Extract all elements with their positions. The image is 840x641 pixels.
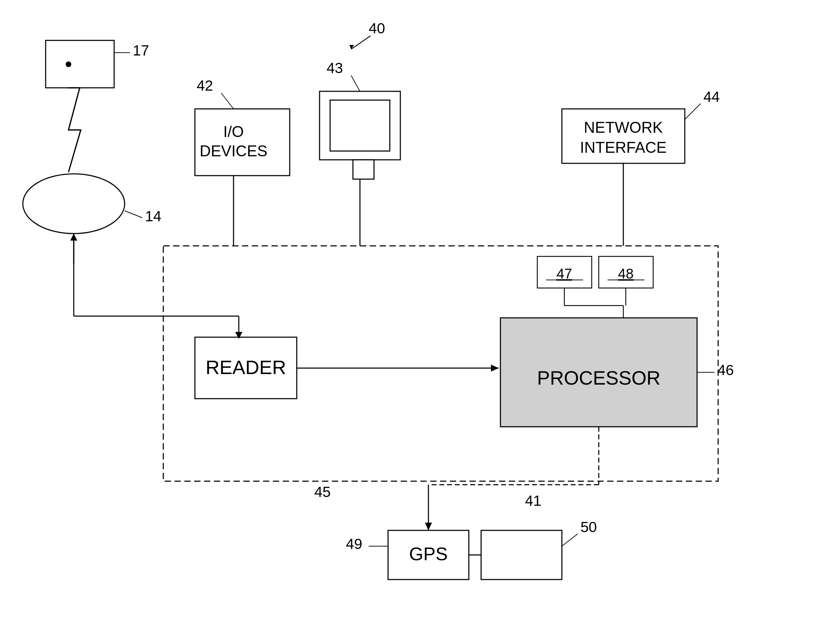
ref-50-label: 50 [581, 519, 597, 535]
ref-42-label: 42 [197, 77, 213, 94]
ref-43-label: 43 [327, 60, 343, 76]
gps-label: GPS [409, 544, 448, 564]
io-label-2: DEVICES [200, 142, 267, 159]
ref-17-label: 17 [133, 42, 149, 59]
io-label-1: I/O [223, 123, 244, 140]
reader-label: READER [206, 356, 286, 378]
monitor-stand [353, 160, 374, 179]
ref-49-label: 49 [346, 536, 362, 552]
ref-40: 40 [369, 20, 385, 37]
lightning-bolt [69, 88, 81, 172]
ref-14-label: 14 [145, 208, 161, 224]
box-17 [46, 40, 114, 88]
svg-marker-16 [425, 523, 432, 530]
diagram-container: 40 17 14 45 I/O DEVICES [0, 0, 840, 641]
box-50 [481, 530, 562, 580]
network-label-2: INTERFACE [580, 139, 667, 156]
svg-line-15 [562, 534, 578, 546]
svg-point-2 [66, 61, 71, 67]
svg-line-9 [351, 76, 360, 91]
network-label-1: NETWORK [584, 119, 663, 136]
svg-line-5 [125, 211, 142, 218]
ref-45-label: 45 [314, 484, 331, 500]
ref-47-text: 47 [557, 266, 573, 281]
ref-46-label: 46 [718, 362, 734, 378]
ref-48-text: 48 [618, 266, 634, 281]
oval-14 [23, 174, 125, 234]
svg-marker-12 [491, 365, 499, 372]
ref-41-label: 41 [525, 493, 542, 509]
ref-44-label: 44 [703, 89, 720, 105]
svg-line-0 [351, 36, 370, 49]
svg-line-10 [685, 104, 701, 119]
processor-label: PROCESSOR [537, 367, 660, 389]
svg-line-8 [221, 93, 233, 109]
monitor-inner [330, 100, 390, 151]
